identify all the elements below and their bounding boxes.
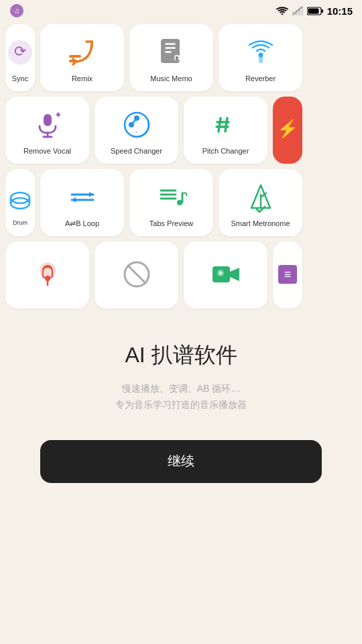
eartraining-icon bbox=[32, 258, 64, 290]
sync-label: Sync bbox=[12, 74, 28, 83]
remix-label: Remix bbox=[72, 74, 93, 83]
status-left: ♫ bbox=[9, 3, 24, 18]
wifi-icon bbox=[276, 6, 288, 15]
grid-row-4: ≡ bbox=[5, 241, 357, 309]
signal-icon bbox=[292, 6, 303, 15]
svg-point-58 bbox=[219, 272, 222, 275]
clock: 10:15 bbox=[327, 5, 353, 17]
reverber-icon bbox=[245, 36, 277, 68]
svg-line-31 bbox=[219, 118, 221, 131]
bottom-subtitle-line1: 慢速播放、变调、AB 循环… bbox=[122, 383, 241, 394]
app-card-speedchanger[interactable]: – Speed Changer bbox=[95, 97, 178, 164]
sync-icon: ⟳ bbox=[7, 39, 34, 66]
app-card-remix[interactable]: Remix bbox=[40, 24, 124, 91]
app-card-boost[interactable]: ⚡ bbox=[273, 97, 302, 164]
svg-rect-16 bbox=[165, 47, 176, 49]
app-card-reverber[interactable]: Reverber bbox=[219, 24, 302, 91]
svg-marker-41 bbox=[89, 192, 93, 197]
svg-line-54 bbox=[128, 266, 145, 283]
svg-rect-9 bbox=[308, 8, 318, 13]
app-card-block[interactable] bbox=[95, 241, 178, 309]
musicmemo-icon bbox=[156, 36, 188, 68]
drum-icon bbox=[8, 186, 32, 210]
smartmetronome-label: Smart Metronome bbox=[231, 219, 290, 228]
abloop-label: A⇌B Loop bbox=[65, 219, 99, 228]
svg-line-6 bbox=[293, 7, 302, 15]
drum-label: Drum bbox=[13, 219, 27, 227]
bottom-subtitle: 慢速播放、变调、AB 循环… 专为音乐学习打造的音乐播放器 bbox=[115, 381, 247, 413]
removevocal-label: Remove Vocal bbox=[23, 146, 71, 156]
svg-text:⚡: ⚡ bbox=[277, 118, 299, 140]
boost-icon: ⚡ bbox=[276, 117, 300, 142]
bottom-title: AI 扒谱软件 bbox=[125, 341, 237, 370]
block-icon bbox=[121, 258, 153, 290]
svg-text:–: – bbox=[135, 129, 138, 135]
app-card-pitchchanger[interactable]: Pitch Changer bbox=[184, 97, 267, 164]
svg-text:✦: ✦ bbox=[54, 109, 62, 120]
grid-row-1: ⟳ Sync Remix bbox=[5, 24, 357, 91]
app-card-misc[interactable]: ≡ bbox=[273, 241, 302, 309]
status-bar: ♫ 10:15 bbox=[0, 0, 362, 21]
app-card-musicmemo[interactable]: Music Memo bbox=[129, 24, 213, 91]
app-card-video[interactable] bbox=[184, 241, 267, 309]
app-grid: ⟳ Sync Remix bbox=[0, 21, 362, 314]
svg-text:♫: ♫ bbox=[14, 7, 19, 15]
removevocal-icon: ✦ bbox=[32, 109, 64, 141]
grid-row-3: Drum A⇌B Loop bbox=[5, 169, 357, 236]
app-card-smartmetronome[interactable]: Smart Metronome bbox=[219, 169, 302, 236]
grid-row-2: ✦ Remove Vocal – Speed Changer bbox=[5, 97, 357, 164]
app-card-drum[interactable]: Drum bbox=[5, 169, 35, 236]
pitchchanger-label: Pitch Changer bbox=[202, 146, 249, 156]
svg-rect-17 bbox=[165, 51, 172, 53]
svg-rect-21 bbox=[44, 114, 52, 126]
svg-marker-40 bbox=[72, 197, 76, 203]
app-card-sync[interactable]: ⟳ Sync bbox=[5, 24, 35, 91]
svg-rect-12 bbox=[69, 55, 81, 58]
app-card-removevocal[interactable]: ✦ Remove Vocal bbox=[5, 97, 89, 164]
bottom-section: AI 扒谱软件 慢速播放、变调、AB 循环… 专为音乐学习打造的音乐播放器 继续 bbox=[0, 341, 362, 510]
svg-rect-8 bbox=[321, 9, 323, 13]
speedchanger-label: Speed Changer bbox=[111, 146, 162, 156]
video-icon bbox=[210, 258, 242, 290]
pitchchanger-icon bbox=[210, 109, 242, 141]
svg-line-32 bbox=[225, 118, 227, 131]
svg-rect-20 bbox=[259, 56, 263, 63]
speedchanger-icon: – bbox=[121, 109, 153, 141]
tabspreview-label: Tabs Preview bbox=[149, 219, 193, 228]
headphone-icon: ♫ bbox=[9, 3, 24, 18]
battery-icon bbox=[307, 7, 323, 15]
reverber-label: Reverber bbox=[245, 74, 276, 83]
bottom-subtitle-line2: 专为音乐学习打造的音乐播放器 bbox=[115, 399, 247, 410]
svg-rect-15 bbox=[165, 43, 176, 45]
svg-marker-56 bbox=[230, 268, 239, 281]
continue-button[interactable]: 继续 bbox=[40, 440, 322, 483]
svg-line-29 bbox=[131, 118, 137, 125]
misc-icon: ≡ bbox=[276, 262, 300, 286]
svg-text:≡: ≡ bbox=[284, 268, 292, 281]
svg-text:⟳: ⟳ bbox=[14, 43, 26, 60]
remix-icon bbox=[66, 36, 99, 68]
app-card-tabspreview[interactable]: Tabs Preview bbox=[129, 169, 213, 236]
metronome-icon bbox=[245, 181, 277, 213]
abloop-icon bbox=[66, 181, 99, 213]
musicmemo-label: Music Memo bbox=[150, 74, 192, 83]
status-right: 10:15 bbox=[276, 5, 353, 17]
tabspreview-icon bbox=[156, 181, 188, 213]
app-card-abloop[interactable]: A⇌B Loop bbox=[40, 169, 124, 236]
app-card-eartraining[interactable] bbox=[5, 241, 89, 309]
